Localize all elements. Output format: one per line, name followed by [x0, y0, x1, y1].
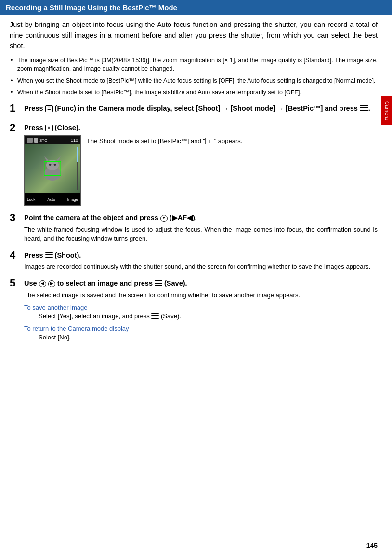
- step-1-title: Press ☰ (Func) in the Camera mode displa…: [24, 104, 378, 114]
- step-number-2: 2: [10, 122, 24, 133]
- step-3-desc: The white-framed focusing window is used…: [24, 225, 378, 244]
- step-3-content: Point the camera at the object and press…: [24, 213, 378, 243]
- step-5: 5 Use ◀ ▶ to select an image and press (…: [10, 278, 378, 342]
- step-3-title: Point the camera at the object and press…: [24, 213, 378, 223]
- step-1: 1 Press ☰ (Func) in the Camera mode disp…: [10, 104, 378, 116]
- list-item: When the Shoot mode is set to [BestPic™]…: [10, 88, 378, 97]
- func-icon: ☰: [45, 105, 53, 112]
- camera-mode-icon: [27, 138, 33, 143]
- step-2: 2 Press ✕ (Close). STC 110: [10, 123, 378, 207]
- bullet-list: The image size of BestPic™ is [3M(2048× …: [10, 56, 378, 97]
- camera-btn-look: Look: [27, 197, 35, 202]
- step-number-4: 4: [10, 249, 24, 261]
- step-5-content: Use ◀ ▶ to select an image and press (Sa…: [24, 278, 378, 342]
- save-menu-icon: [155, 280, 162, 286]
- sub-item-save: To save another image Select [Yes], sele…: [24, 304, 378, 321]
- step-number-1: 1: [10, 103, 24, 114]
- sub-item-save-title: To save another image: [24, 304, 378, 311]
- page-container: Recording a Still Image Using the BestPi…: [0, 0, 392, 559]
- save-sub-icon: [151, 313, 159, 319]
- sidebar-tab: Camera: [381, 96, 392, 125]
- step-3: 3 Point the camera at the object and pre…: [10, 213, 378, 243]
- camera-top-bar: STC 110: [25, 136, 80, 144]
- left-nav-icon: ◀: [39, 280, 46, 287]
- step-4: 4 Press (Shoot). Images are recorded con…: [10, 250, 378, 272]
- camera-number: 110: [71, 138, 78, 143]
- step-1-content: Press ☰ (Func) in the Camera mode displa…: [24, 104, 378, 116]
- camera-screen-image: STC 110: [24, 135, 81, 206]
- list-item: When you set the Shoot mode to [BestPic™…: [10, 77, 378, 85]
- main-content: Just by bringing an object into focus us…: [0, 20, 392, 342]
- step-2-caption: The Shoot mode is set to [BestPic™] and …: [87, 135, 242, 146]
- camera-btn-image: Image: [67, 197, 78, 202]
- step-4-title: Press (Shoot).: [24, 250, 378, 261]
- camera-mode-text: STC: [39, 138, 47, 143]
- sub-item-return-title: To return to the Camera mode display: [24, 325, 378, 332]
- menu-icon: [360, 105, 368, 112]
- page-header: Recording a Still Image Using the BestPi…: [0, 0, 392, 15]
- step-5-title: Use ◀ ▶ to select an image and press (Sa…: [24, 278, 378, 289]
- step-2-title: Press ✕ (Close).: [24, 123, 378, 133]
- camera-bottom-bar: Look Auto Image: [25, 193, 80, 206]
- bestpic-icon-text: □‧‧: [205, 138, 214, 144]
- svg-marker-3: [56, 156, 61, 161]
- shoot-menu-icon: [45, 252, 53, 258]
- step-number-3: 3: [10, 212, 24, 223]
- zoom-indicator: [76, 147, 78, 190]
- step-2-body: STC 110: [24, 135, 378, 206]
- right-nav-icon: ▶: [48, 280, 55, 287]
- camera-image-area: [25, 144, 80, 193]
- step-number-5: 5: [10, 277, 24, 289]
- intro-paragraph: Just by bringing an object into focus us…: [10, 20, 378, 51]
- step-5-desc: The selected image is saved and the scre…: [24, 291, 378, 300]
- step-2-content: Press ✕ (Close). STC 110: [24, 123, 378, 207]
- svg-marker-2: [44, 156, 49, 161]
- camera-btn-auto: Auto: [47, 197, 55, 202]
- page-title: Recording a Still Image Using the BestPi…: [6, 3, 177, 12]
- list-item: The image size of BestPic™ is [3M(2048× …: [10, 56, 378, 73]
- sub-item-return: To return to the Camera mode display Sel…: [24, 325, 378, 342]
- focus-frame: [44, 161, 61, 176]
- camera-signal-icon: [34, 138, 38, 143]
- step-4-desc: Images are recorded continuously with th…: [24, 262, 378, 272]
- close-icon: ✕: [45, 125, 53, 131]
- step-4-content: Press (Shoot). Images are recorded conti…: [24, 250, 378, 272]
- down-button-icon: ▼: [160, 215, 168, 222]
- sub-item-save-desc: Select [Yes], select an image, and press…: [24, 312, 378, 321]
- sub-item-return-desc: Select [No].: [24, 333, 378, 342]
- page-number: 145: [366, 542, 378, 549]
